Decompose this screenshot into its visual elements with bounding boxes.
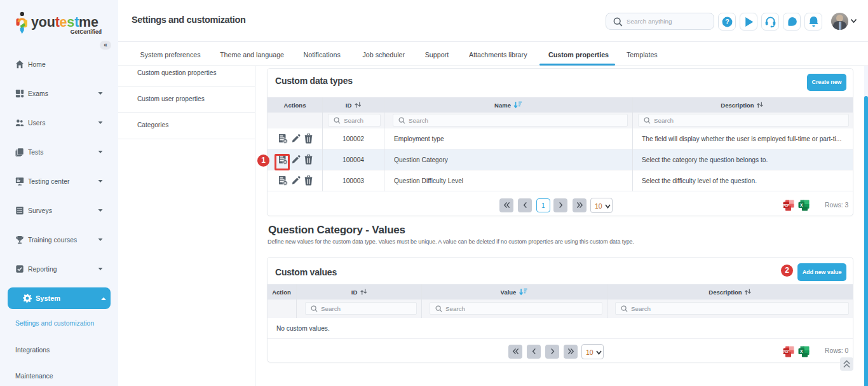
- svg-text:?: ?: [725, 18, 729, 25]
- svg-text:X: X: [800, 349, 803, 354]
- svg-text:PDF: PDF: [783, 350, 789, 354]
- svg-text:X: X: [800, 203, 803, 207]
- svg-text:PDF: PDF: [783, 204, 789, 207]
